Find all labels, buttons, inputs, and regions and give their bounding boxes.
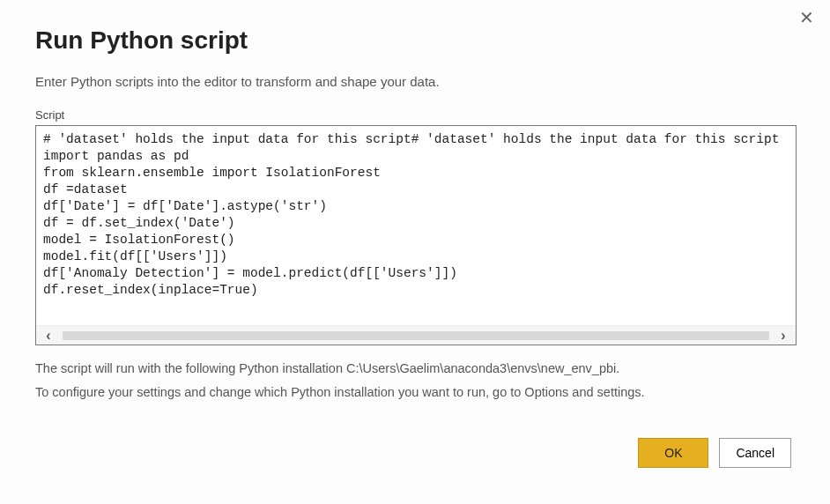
close-icon[interactable]: ✕	[799, 9, 814, 26]
script-label: Script	[35, 108, 795, 122]
cancel-button[interactable]: Cancel	[719, 438, 791, 468]
script-content[interactable]: # 'dataset' holds the input data for thi…	[36, 126, 796, 320]
ok-button[interactable]: OK	[638, 438, 708, 468]
script-editor[interactable]: # 'dataset' holds the input data for thi…	[35, 125, 797, 345]
run-python-script-dialog: ✕ Run Python script Enter Python scripts…	[0, 0, 830, 485]
dialog-subtitle: Enter Python scripts into the editor to …	[35, 74, 795, 89]
install-path-info: The script will run with the following P…	[35, 358, 795, 380]
configure-info: To configure your settings and change wh…	[35, 382, 795, 404]
dialog-title: Run Python script	[35, 26, 795, 55]
dialog-button-row: OK Cancel	[35, 438, 795, 468]
scroll-left-icon[interactable]: ‹	[36, 328, 61, 344]
scrollbar-track[interactable]	[63, 331, 769, 340]
horizontal-scrollbar[interactable]: ‹ ›	[36, 325, 796, 345]
scroll-right-icon[interactable]: ›	[771, 328, 796, 344]
